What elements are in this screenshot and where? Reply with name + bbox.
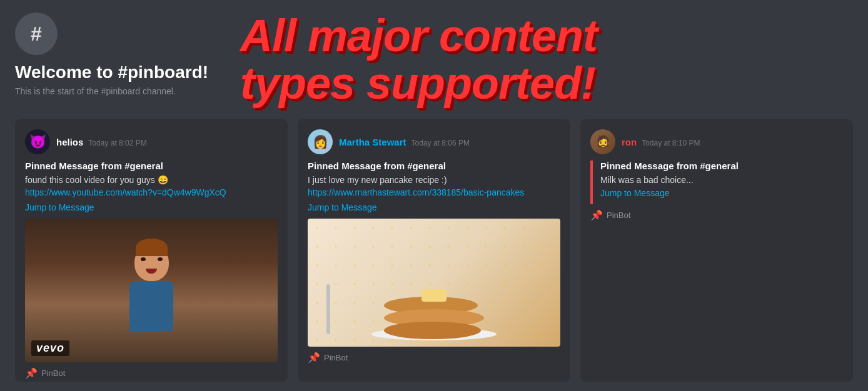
avatar-ron: 🧔 [590, 129, 615, 154]
message-header-3: 🧔 ron Today at 8:10 PM [590, 129, 843, 154]
pinbot-icon-3: 📌 [590, 209, 603, 221]
channel-icon: # [15, 12, 58, 55]
message-text-1: found this cool video for you guys 😄 [25, 175, 278, 185]
pinbot-label-1: PinBot [41, 369, 65, 378]
rick-eye-right [158, 257, 163, 261]
message-card-1: 😈 helios Today at 8:02 PM Pinned Message… [15, 119, 288, 382]
timestamp-1: Today at 8:02 PM [88, 139, 146, 147]
avatar-martha: 👩 [308, 129, 333, 154]
channel-desc: This is the start of the #pinboard chann… [15, 86, 176, 96]
message-card-2: 👩 Martha Stewart Today at 8:06 PM Pinned… [298, 119, 570, 382]
pinbot-label-3: PinBot [607, 210, 630, 220]
rick-figure [114, 244, 189, 344]
rick-head [134, 244, 169, 281]
hash-symbol: # [31, 22, 42, 46]
message-header-1: 😈 helios Today at 8:02 PM [25, 129, 278, 154]
pancake-image [308, 219, 560, 347]
hero-text: All major content types supported! [240, 12, 853, 107]
message-card-3: 🧔 ron Today at 8:10 PM Pinned Message fr… [580, 119, 853, 382]
rick-body [129, 281, 173, 331]
message-text-3: Milk was a bad choice... [600, 175, 843, 185]
rick-mouth [146, 269, 157, 274]
message-link-1[interactable]: https://www.youtube.com/watch?v=dQw4w9Wg… [25, 187, 278, 197]
pinbot-footer-2: 📌 PinBot [308, 352, 560, 364]
jump-link-3[interactable]: Jump to Message [600, 188, 670, 198]
ron-emoji: 🧔 [595, 134, 611, 149]
video-thumbnail[interactable]: vevo [25, 219, 278, 362]
butter-pat [421, 289, 447, 302]
hero-line2: types supported! [240, 58, 595, 108]
jump-link-2[interactable]: Jump to Message [308, 202, 560, 212]
hero-line1: All major content [240, 11, 597, 61]
third-card-inner: Pinned Message from #general Milk was a … [590, 161, 843, 204]
author-line-2: Martha Stewart Today at 8:06 PM [339, 137, 470, 147]
author-line-3: ron Today at 8:10 PM [622, 137, 700, 147]
message-header-2: 👩 Martha Stewart Today at 8:06 PM [308, 129, 560, 154]
timestamp-3: Today at 8:10 PM [642, 139, 700, 147]
pinbot-label-2: PinBot [324, 353, 348, 362]
helios-avatar-inner: 😈 [25, 129, 50, 154]
pinned-label-3: Pinned Message from #general [600, 161, 843, 171]
pinbot-footer-3: 📌 PinBot [590, 209, 843, 221]
jump-link-1[interactable]: Jump to Message [25, 202, 278, 212]
pancake-layer-3 [384, 322, 481, 339]
rick-eye-left [141, 257, 146, 261]
rick-hair [136, 239, 168, 256]
pinned-label-1: Pinned Message from #general [25, 161, 278, 171]
pinned-label-2: Pinned Message from #general [308, 161, 560, 171]
pancake-stack [384, 297, 484, 334]
channel-title: Welcome to #pinboard! [15, 62, 208, 82]
message-text-2: I just love my new pancake recipe :) [308, 175, 560, 185]
timestamp-2: Today at 8:06 PM [411, 139, 470, 147]
fork-shape [326, 284, 330, 334]
martha-emoji: 👩 [313, 134, 328, 149]
messages-area: 😈 helios Today at 8:02 PM Pinned Message… [0, 113, 868, 391]
author-name-martha: Martha Stewart [339, 137, 406, 147]
pinbot-icon-1: 📌 [25, 367, 38, 379]
author-name-ron: ron [622, 137, 637, 147]
pinbot-footer-1: 📌 PinBot [25, 367, 278, 379]
message-link-2[interactable]: https://www.marthastewart.com/338185/bas… [308, 187, 560, 197]
channel-info: # Welcome to #pinboard! This is the star… [15, 12, 215, 96]
author-line-1: helios Today at 8:02 PM [56, 137, 147, 147]
vevo-badge: vevo [31, 340, 69, 356]
avatar-helios: 😈 [25, 129, 50, 154]
header-area: # Welcome to #pinboard! This is the star… [0, 0, 868, 113]
pinbot-icon-2: 📌 [308, 352, 320, 364]
author-name-helios: helios [56, 137, 83, 147]
helios-emoji: 😈 [29, 134, 46, 150]
hero-area: All major content types supported! [215, 12, 853, 107]
